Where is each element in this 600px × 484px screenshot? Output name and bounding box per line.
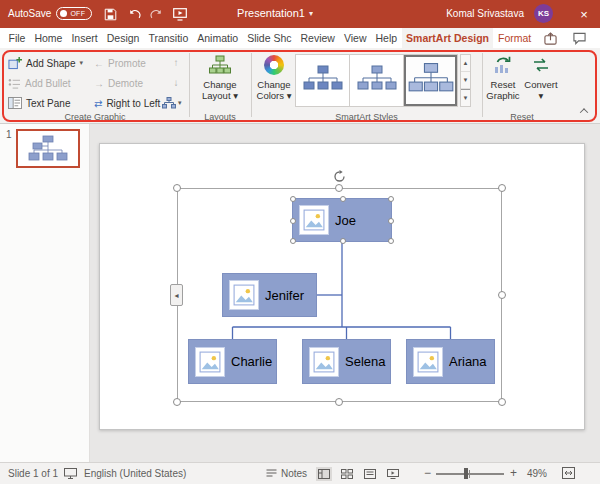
slide-thumbnail-number: 1 bbox=[6, 129, 12, 140]
smartart-node-selena[interactable]: Selena bbox=[302, 339, 391, 384]
picture-placeholder-icon[interactable] bbox=[413, 347, 443, 377]
selection-handle[interactable] bbox=[290, 218, 296, 224]
gallery-scroll-up-icon[interactable]: ▲ bbox=[461, 55, 470, 72]
display-icon[interactable] bbox=[64, 468, 77, 479]
avatar[interactable]: KS bbox=[534, 4, 553, 23]
selection-handle[interactable] bbox=[498, 184, 506, 192]
zoom-out-button[interactable]: − bbox=[424, 466, 431, 480]
zoom-slider-thumb[interactable] bbox=[464, 468, 468, 479]
gallery-scroll-down-icon[interactable]: ▼ bbox=[461, 72, 470, 89]
selection-handle[interactable] bbox=[173, 184, 181, 192]
selection-handle[interactable] bbox=[388, 238, 394, 244]
present-from-beginning-icon[interactable] bbox=[172, 7, 188, 22]
demote-button[interactable]: → Demote bbox=[94, 74, 143, 92]
demote-icon: → bbox=[94, 78, 104, 89]
tab-review[interactable]: Review bbox=[296, 28, 339, 48]
change-colors-button[interactable]: Change Colors ▾ bbox=[252, 52, 296, 101]
add-shape-button[interactable]: Add Shape ▾ bbox=[8, 54, 83, 72]
selection-handle[interactable] bbox=[388, 196, 394, 202]
selection-handle[interactable] bbox=[335, 184, 343, 192]
slide-canvas[interactable]: ◂ Joe bbox=[90, 124, 600, 462]
smartart-style-option[interactable] bbox=[350, 55, 403, 106]
text-pane-toggle-button[interactable]: ◂ bbox=[170, 284, 183, 306]
document-title[interactable]: Presentation1 ▾ bbox=[205, 7, 345, 19]
reading-view-icon[interactable] bbox=[362, 467, 378, 481]
add-bullet-button[interactable]: Add Bullet bbox=[8, 74, 71, 92]
smartart-node-ariana[interactable]: Ariana bbox=[406, 339, 495, 384]
group-label-layouts: Layouts bbox=[190, 112, 250, 122]
rotate-handle-icon[interactable] bbox=[333, 169, 346, 182]
smartart-node-charlie[interactable]: Charlie bbox=[188, 339, 277, 384]
share-icon[interactable] bbox=[542, 30, 559, 46]
convert-icon bbox=[531, 54, 551, 76]
language-indicator[interactable]: English (United States) bbox=[84, 468, 186, 479]
change-colors-icon bbox=[264, 54, 284, 76]
tab-home[interactable]: Home bbox=[30, 28, 67, 48]
zoom-in-button[interactable]: + bbox=[510, 466, 517, 480]
text-pane-button[interactable]: Text Pane bbox=[8, 94, 70, 112]
autosave-toggle[interactable]: AutoSave OFF bbox=[8, 7, 92, 20]
tab-help[interactable]: Help bbox=[371, 28, 402, 48]
promote-button[interactable]: ← Promote bbox=[94, 54, 146, 72]
zoom-level[interactable]: 49% bbox=[527, 468, 547, 479]
smartart-style-option-selected[interactable] bbox=[404, 55, 457, 106]
normal-view-icon[interactable] bbox=[316, 467, 332, 481]
status-bar: Slide 1 of 1 English (United States) Not… bbox=[0, 462, 600, 484]
zoom-slider[interactable] bbox=[436, 473, 504, 475]
redo-icon[interactable] bbox=[148, 7, 164, 22]
move-down-button[interactable]: ↓ bbox=[169, 74, 183, 90]
add-bullet-icon bbox=[8, 78, 21, 89]
slide-sorter-view-icon[interactable] bbox=[339, 467, 355, 481]
tab-animations[interactable]: Animatio bbox=[193, 28, 243, 48]
right-to-left-button[interactable]: ⇄ Right to Left bbox=[94, 94, 160, 112]
smartart-style-option[interactable] bbox=[296, 55, 349, 106]
picture-placeholder-icon[interactable] bbox=[299, 205, 329, 235]
selection-handle[interactable] bbox=[340, 238, 346, 244]
smartart-node-jenifer[interactable]: Jenifer bbox=[222, 273, 317, 317]
autosave-switch[interactable]: OFF bbox=[56, 7, 92, 20]
selection-handle[interactable] bbox=[498, 291, 506, 299]
fit-slide-to-window-icon[interactable] bbox=[562, 467, 575, 479]
picture-placeholder-icon[interactable] bbox=[309, 347, 339, 377]
node-label: Jenifer bbox=[265, 288, 304, 303]
save-icon[interactable] bbox=[102, 7, 118, 22]
comment-icon[interactable] bbox=[571, 30, 588, 46]
slide-thumbnail[interactable] bbox=[16, 129, 80, 168]
selection-handle[interactable] bbox=[498, 398, 506, 406]
selection-handle[interactable] bbox=[388, 218, 394, 224]
selection-handle[interactable] bbox=[173, 398, 181, 406]
tab-insert[interactable]: Insert bbox=[67, 28, 102, 48]
smartart-node-joe[interactable]: Joe bbox=[292, 198, 392, 242]
tab-slide-show[interactable]: Slide Shc bbox=[243, 28, 296, 48]
selection-handle[interactable] bbox=[290, 196, 296, 202]
tab-format[interactable]: Format bbox=[493, 28, 535, 48]
change-layout-button[interactable]: Change Layout ▾ bbox=[193, 52, 247, 101]
notes-button[interactable]: Notes bbox=[281, 468, 307, 479]
picture-placeholder-icon[interactable] bbox=[229, 280, 259, 310]
selection-handle[interactable] bbox=[335, 398, 343, 406]
collapse-ribbon-icon[interactable] bbox=[581, 108, 591, 116]
slide-indicator[interactable]: Slide 1 of 1 bbox=[8, 468, 58, 479]
add-shape-icon bbox=[8, 56, 22, 70]
reset-graphic-button[interactable]: Reset Graphic bbox=[486, 52, 520, 101]
picture-placeholder-icon[interactable] bbox=[195, 347, 225, 377]
selection-handle[interactable] bbox=[340, 196, 346, 202]
close-icon[interactable]: × bbox=[574, 4, 594, 24]
tab-design[interactable]: Design bbox=[102, 28, 144, 48]
tab-smartart-design[interactable]: SmartArt Design bbox=[402, 28, 494, 48]
right-to-left-icon: ⇄ bbox=[94, 98, 102, 109]
node-label: Joe bbox=[335, 213, 356, 228]
slideshow-view-icon[interactable] bbox=[385, 467, 401, 481]
notes-icon[interactable] bbox=[266, 469, 277, 478]
convert-button[interactable]: Convert ▾ bbox=[524, 52, 558, 101]
undo-icon[interactable] bbox=[126, 7, 142, 22]
chevron-down-icon: ▾ bbox=[287, 90, 292, 101]
move-up-button[interactable]: ↑ bbox=[169, 54, 183, 70]
tab-transitions[interactable]: Transitio bbox=[144, 28, 193, 48]
tab-view[interactable]: View bbox=[339, 28, 371, 48]
gallery-more-icon[interactable]: ▼ bbox=[461, 89, 470, 106]
layout-button[interactable]: ▾ bbox=[162, 94, 182, 112]
slide[interactable]: ◂ Joe bbox=[99, 143, 585, 430]
tab-file[interactable]: File bbox=[4, 28, 30, 48]
selection-handle[interactable] bbox=[290, 238, 296, 244]
